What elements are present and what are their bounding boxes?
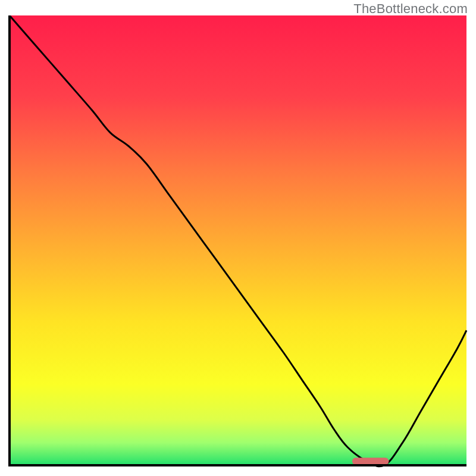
- bottleneck-chart-svg: [8, 15, 468, 468]
- chart-container: [8, 15, 468, 468]
- watermark-label: TheBottleneck.com: [353, 1, 468, 17]
- optimal-range-marker: [352, 458, 389, 465]
- gradient-background: [10, 15, 466, 465]
